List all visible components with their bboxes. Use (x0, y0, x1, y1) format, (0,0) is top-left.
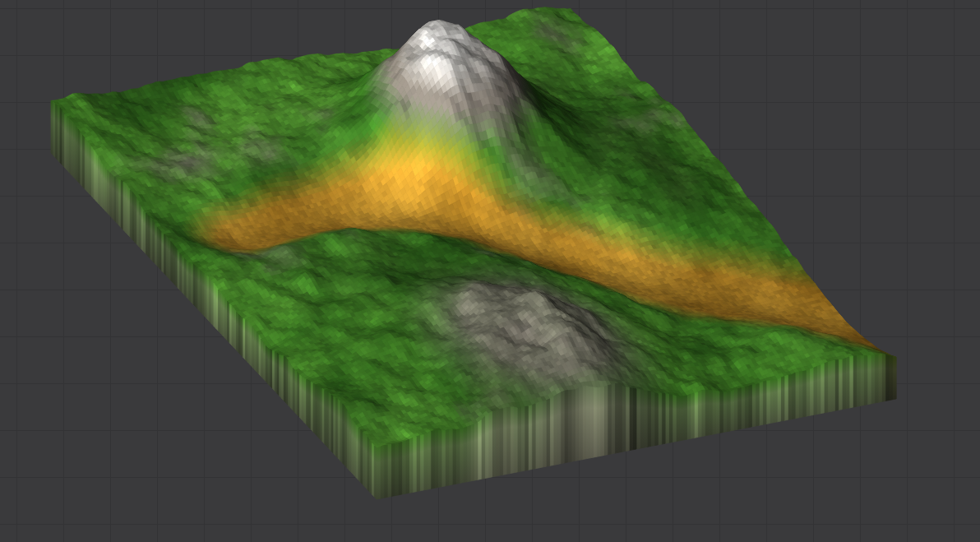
viewport-3d (0, 0, 980, 542)
terrain-viewport-canvas[interactable] (0, 0, 980, 542)
